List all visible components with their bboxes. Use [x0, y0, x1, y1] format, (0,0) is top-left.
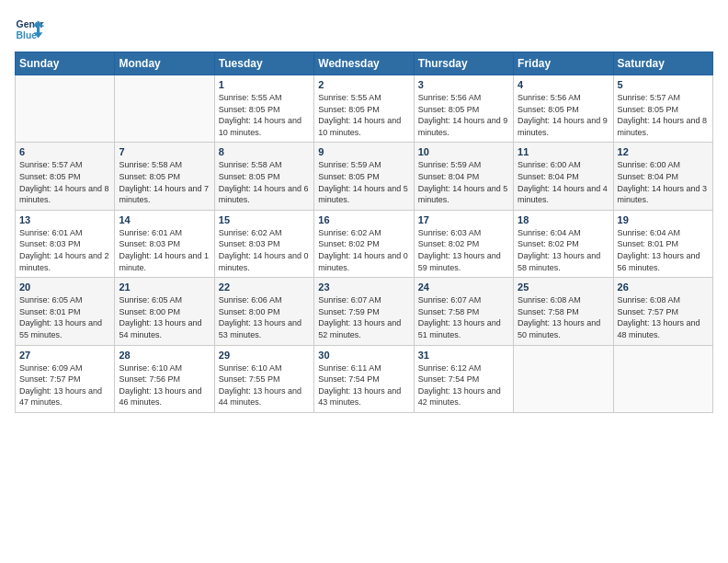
day-info: Sunrise: 6:02 AM Sunset: 8:03 PM Dayligh… [219, 227, 310, 273]
day-info: Sunrise: 6:08 AM Sunset: 7:57 PM Dayligh… [618, 294, 709, 340]
day-number: 20 [19, 282, 110, 293]
day-info: Sunrise: 5:57 AM Sunset: 8:05 PM Dayligh… [618, 92, 709, 138]
calendar-week-row: 20Sunrise: 6:05 AM Sunset: 8:01 PM Dayli… [16, 278, 713, 345]
day-info: Sunrise: 5:58 AM Sunset: 8:05 PM Dayligh… [119, 159, 210, 205]
day-info: Sunrise: 6:08 AM Sunset: 7:58 PM Dayligh… [518, 294, 609, 340]
calendar-cell: 11Sunrise: 6:00 AM Sunset: 8:04 PM Dayli… [514, 143, 613, 210]
logo: General Blue [15, 15, 44, 44]
calendar-cell: 25Sunrise: 6:08 AM Sunset: 7:58 PM Dayli… [514, 278, 613, 345]
day-number: 30 [318, 350, 409, 361]
day-info: Sunrise: 6:04 AM Sunset: 8:02 PM Dayligh… [518, 227, 609, 273]
calendar-week-row: 6Sunrise: 5:57 AM Sunset: 8:05 PM Daylig… [16, 143, 713, 210]
calendar-cell: 30Sunrise: 6:11 AM Sunset: 7:54 PM Dayli… [314, 345, 414, 412]
day-number: 11 [518, 146, 609, 157]
calendar-cell: 22Sunrise: 6:06 AM Sunset: 8:00 PM Dayli… [214, 278, 313, 345]
calendar-cell: 12Sunrise: 6:00 AM Sunset: 8:04 PM Dayli… [613, 143, 712, 210]
calendar-cell: 1Sunrise: 5:55 AM Sunset: 8:05 PM Daylig… [214, 75, 313, 143]
calendar-cell: 31Sunrise: 6:12 AM Sunset: 7:54 PM Dayli… [414, 345, 513, 412]
day-info: Sunrise: 6:07 AM Sunset: 7:59 PM Dayligh… [318, 294, 409, 340]
weekday-header-row: SundayMondayTuesdayWednesdayThursdayFrid… [16, 52, 713, 75]
calendar-cell [16, 75, 115, 143]
weekday-header-tuesday: Tuesday [214, 52, 313, 75]
svg-text:Blue: Blue [17, 30, 38, 40]
day-number: 8 [219, 146, 310, 157]
day-number: 22 [219, 282, 310, 293]
calendar-cell: 23Sunrise: 6:07 AM Sunset: 7:59 PM Dayli… [314, 278, 414, 345]
weekday-header-wednesday: Wednesday [314, 52, 414, 75]
calendar-cell: 14Sunrise: 6:01 AM Sunset: 8:03 PM Dayli… [115, 210, 214, 277]
day-number: 23 [318, 282, 409, 293]
day-info: Sunrise: 5:55 AM Sunset: 8:05 PM Dayligh… [219, 92, 310, 138]
calendar-cell: 21Sunrise: 6:05 AM Sunset: 8:00 PM Dayli… [115, 278, 214, 345]
day-info: Sunrise: 5:56 AM Sunset: 8:05 PM Dayligh… [418, 92, 509, 138]
day-number: 6 [19, 146, 110, 157]
calendar-cell: 18Sunrise: 6:04 AM Sunset: 8:02 PM Dayli… [514, 210, 613, 277]
day-info: Sunrise: 6:07 AM Sunset: 7:58 PM Dayligh… [418, 294, 509, 340]
calendar-cell: 7Sunrise: 5:58 AM Sunset: 8:05 PM Daylig… [115, 143, 214, 210]
day-info: Sunrise: 5:59 AM Sunset: 8:05 PM Dayligh… [318, 159, 409, 205]
calendar-cell: 6Sunrise: 5:57 AM Sunset: 8:05 PM Daylig… [16, 143, 115, 210]
calendar-cell: 20Sunrise: 6:05 AM Sunset: 8:01 PM Dayli… [16, 278, 115, 345]
day-number: 10 [418, 146, 509, 157]
calendar-cell: 4Sunrise: 5:56 AM Sunset: 8:05 PM Daylig… [514, 75, 613, 143]
day-info: Sunrise: 5:57 AM Sunset: 8:05 PM Dayligh… [19, 159, 110, 205]
weekday-header-thursday: Thursday [414, 52, 513, 75]
day-info: Sunrise: 6:06 AM Sunset: 8:00 PM Dayligh… [219, 294, 310, 340]
day-info: Sunrise: 5:55 AM Sunset: 8:05 PM Dayligh… [318, 92, 409, 138]
day-info: Sunrise: 6:02 AM Sunset: 8:02 PM Dayligh… [318, 227, 409, 273]
day-number: 28 [119, 350, 210, 361]
calendar-cell: 17Sunrise: 6:03 AM Sunset: 8:02 PM Dayli… [414, 210, 513, 277]
day-number: 25 [518, 282, 609, 293]
weekday-header-sunday: Sunday [16, 52, 115, 75]
calendar-cell: 15Sunrise: 6:02 AM Sunset: 8:03 PM Dayli… [214, 210, 313, 277]
weekday-header-monday: Monday [115, 52, 214, 75]
calendar-cell: 27Sunrise: 6:09 AM Sunset: 7:57 PM Dayli… [16, 345, 115, 412]
day-number: 5 [618, 79, 709, 90]
calendar-cell: 2Sunrise: 5:55 AM Sunset: 8:05 PM Daylig… [314, 75, 414, 143]
calendar-cell: 9Sunrise: 5:59 AM Sunset: 8:05 PM Daylig… [314, 143, 414, 210]
day-info: Sunrise: 6:03 AM Sunset: 8:02 PM Dayligh… [418, 227, 509, 273]
day-number: 3 [418, 79, 509, 90]
day-info: Sunrise: 6:01 AM Sunset: 8:03 PM Dayligh… [119, 227, 210, 273]
logo-icon: General Blue [15, 15, 44, 44]
weekday-header-saturday: Saturday [613, 52, 712, 75]
page-header: General Blue [15, 15, 713, 44]
calendar-cell: 24Sunrise: 6:07 AM Sunset: 7:58 PM Dayli… [414, 278, 513, 345]
calendar-cell: 13Sunrise: 6:01 AM Sunset: 8:03 PM Dayli… [16, 210, 115, 277]
day-info: Sunrise: 5:58 AM Sunset: 8:05 PM Dayligh… [219, 159, 310, 205]
calendar-week-row: 27Sunrise: 6:09 AM Sunset: 7:57 PM Dayli… [16, 345, 713, 412]
calendar-cell: 29Sunrise: 6:10 AM Sunset: 7:55 PM Dayli… [214, 345, 313, 412]
day-number: 4 [518, 79, 609, 90]
day-number: 12 [618, 146, 709, 157]
day-info: Sunrise: 5:56 AM Sunset: 8:05 PM Dayligh… [518, 92, 609, 138]
calendar-cell: 3Sunrise: 5:56 AM Sunset: 8:05 PM Daylig… [414, 75, 513, 143]
calendar-cell: 8Sunrise: 5:58 AM Sunset: 8:05 PM Daylig… [214, 143, 313, 210]
calendar-cell: 26Sunrise: 6:08 AM Sunset: 7:57 PM Dayli… [613, 278, 712, 345]
day-number: 7 [119, 146, 210, 157]
day-info: Sunrise: 6:09 AM Sunset: 7:57 PM Dayligh… [19, 362, 110, 408]
day-number: 21 [119, 282, 210, 293]
day-number: 1 [219, 79, 310, 90]
calendar-table: SundayMondayTuesdayWednesdayThursdayFrid… [15, 52, 713, 413]
calendar-cell: 28Sunrise: 6:10 AM Sunset: 7:56 PM Dayli… [115, 345, 214, 412]
day-number: 15 [219, 214, 310, 225]
weekday-header-friday: Friday [514, 52, 613, 75]
calendar-cell [613, 345, 712, 412]
day-info: Sunrise: 6:00 AM Sunset: 8:04 PM Dayligh… [618, 159, 709, 205]
calendar-week-row: 1Sunrise: 5:55 AM Sunset: 8:05 PM Daylig… [16, 75, 713, 143]
day-info: Sunrise: 6:10 AM Sunset: 7:56 PM Dayligh… [119, 362, 210, 408]
day-info: Sunrise: 6:11 AM Sunset: 7:54 PM Dayligh… [318, 362, 409, 408]
calendar-cell: 10Sunrise: 5:59 AM Sunset: 8:04 PM Dayli… [414, 143, 513, 210]
calendar-cell: 5Sunrise: 5:57 AM Sunset: 8:05 PM Daylig… [613, 75, 712, 143]
day-number: 19 [618, 214, 709, 225]
day-info: Sunrise: 6:05 AM Sunset: 8:01 PM Dayligh… [19, 294, 110, 340]
day-info: Sunrise: 6:04 AM Sunset: 8:01 PM Dayligh… [618, 227, 709, 273]
day-info: Sunrise: 6:05 AM Sunset: 8:00 PM Dayligh… [119, 294, 210, 340]
day-number: 9 [318, 146, 409, 157]
day-number: 24 [418, 282, 509, 293]
day-info: Sunrise: 6:01 AM Sunset: 8:03 PM Dayligh… [19, 227, 110, 273]
day-info: Sunrise: 6:10 AM Sunset: 7:55 PM Dayligh… [219, 362, 310, 408]
day-number: 18 [518, 214, 609, 225]
day-number: 17 [418, 214, 509, 225]
day-info: Sunrise: 6:12 AM Sunset: 7:54 PM Dayligh… [418, 362, 509, 408]
